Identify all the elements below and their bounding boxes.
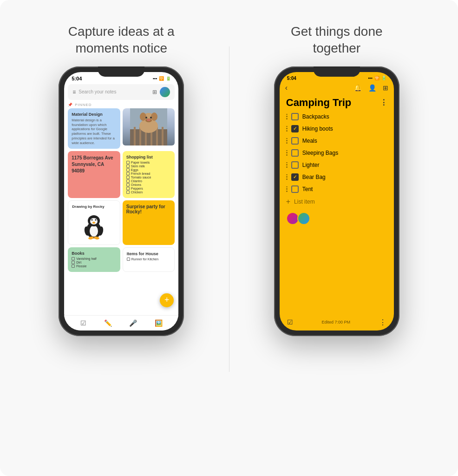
checkbox-tent[interactable]: [291, 185, 299, 193]
svg-point-13: [150, 117, 152, 119]
collaborator-icon[interactable]: 👤: [368, 84, 376, 92]
reminder-icon[interactable]: 🔔: [354, 84, 362, 92]
signal-icon: ▪▪▪: [368, 76, 373, 80]
note-dog-photo[interactable]: [123, 108, 175, 149]
archive-icon[interactable]: ⊞: [383, 84, 388, 92]
svg-point-24: [92, 222, 95, 224]
checklist-toolbar-icon[interactable]: ☑: [80, 319, 86, 327]
checkbox-hiking-boots[interactable]: ✓: [291, 125, 299, 132]
checklist-row[interactable]: ✓ Bear Bag: [283, 171, 390, 183]
list-item: Dirt: [72, 261, 117, 264]
wifi-icon: 🛜: [374, 76, 379, 80]
signal-icon: ▪▪▪: [153, 76, 157, 81]
item-text: Meals: [302, 138, 317, 144]
checklist-row[interactable]: Tent: [283, 183, 390, 195]
mic-toolbar-icon[interactable]: 🎤: [129, 319, 137, 327]
svg-point-10: [140, 112, 146, 121]
note-title: Camping Trip: [286, 97, 352, 109]
checkbox-sleeping-bags[interactable]: [291, 149, 299, 157]
checklist-row[interactable]: Meals: [283, 135, 390, 147]
search-bar[interactable]: ≡ Search your notes ⊞: [68, 84, 175, 100]
svg-point-15: [147, 119, 150, 121]
checklist-row[interactable]: Sleeping Bags: [283, 147, 390, 159]
add-item-icon: +: [286, 198, 290, 206]
add-item-row[interactable]: + List item: [283, 195, 390, 208]
dog-image: [123, 108, 175, 145]
svg-point-12: [145, 117, 147, 119]
svg-rect-2: [134, 127, 136, 145]
left-time: 5:04: [72, 76, 82, 81]
list-item: Eggs: [126, 168, 171, 172]
right-panel: Get things done together 5:04 ▪▪▪ 🛜 🔋 ‹: [229, 19, 445, 462]
left-phone-frame: 5:04 ▪▪▪ 🛜 🔋 ≡ Search your notes ⊞: [59, 66, 184, 336]
checkbox-meals[interactable]: [291, 137, 299, 145]
note-text: Material design is a foundation upon whi…: [72, 118, 117, 145]
penguin-svg: [81, 211, 107, 241]
note-title: Material Design: [72, 112, 117, 117]
list-item: Peppers: [126, 187, 171, 190]
checklist-row[interactable]: ✓ Hiking boots: [283, 123, 390, 135]
right-phone-frame: 5:04 ▪▪▪ 🛜 🔋 ‹ 🔔 👤 ⊞: [274, 66, 399, 336]
pencil-toolbar-icon[interactable]: ✏️: [104, 319, 112, 327]
item-text: Backpacks: [302, 113, 329, 120]
checklist-row[interactable]: Backpacks: [283, 111, 390, 123]
list-item: Chicken: [126, 191, 171, 194]
checkbox-lighter[interactable]: [291, 161, 299, 169]
right-phone-screen: 5:04 ▪▪▪ 🛜 🔋 ‹ 🔔 👤 ⊞: [280, 72, 394, 331]
user-avatar[interactable]: [160, 87, 170, 97]
add-item-placeholder: List item: [294, 198, 315, 205]
checkbox-bear-bag[interactable]: ✓: [291, 173, 299, 181]
note-surprise[interactable]: Surprise party for Rocky!: [123, 200, 175, 245]
more-toolbar-icon[interactable]: ⋮: [379, 318, 386, 327]
item-text: Hiking boots: [302, 126, 333, 132]
grid-view-icon: ⊞: [152, 89, 157, 95]
list-item: Tomato sauce: [126, 176, 171, 179]
checklist-row[interactable]: Lighter: [283, 159, 390, 171]
item-text: Lighter: [302, 162, 320, 168]
fab-add-button[interactable]: +: [160, 293, 174, 307]
note-books[interactable]: Books Vanishing half Dirt Flossie: [68, 247, 120, 272]
drag-handle-icon: [286, 186, 288, 192]
notes-grid: Material Design Material design is a fou…: [64, 108, 178, 272]
search-input[interactable]: Search your notes: [79, 89, 150, 94]
dog-bg: [123, 108, 175, 145]
camping-checklist: Backpacks ✓ Hiking boots Meals: [280, 111, 394, 208]
list-item: Flossie: [72, 264, 117, 268]
add-checklist-icon[interactable]: ☑: [287, 318, 293, 326]
list-item: Onions: [126, 183, 171, 186]
item-text: Tent: [302, 186, 313, 192]
right-phone-notch: [314, 66, 360, 77]
svg-point-17: [90, 225, 98, 237]
note-shopping[interactable]: Shopping list Paper towels Skim milk Egg…: [123, 151, 175, 198]
back-button[interactable]: ‹: [285, 84, 288, 92]
drag-handle-icon: [286, 150, 288, 156]
more-options-icon[interactable]: ⋮: [380, 98, 387, 107]
note-items-house[interactable]: Items for House Runner for Kitchen: [123, 247, 175, 272]
books-title: Books: [72, 251, 117, 256]
collaborator-avatar-2[interactable]: [297, 212, 310, 225]
wifi-icon: 🛜: [159, 76, 164, 81]
svg-rect-7: [162, 127, 164, 145]
pin-icon: 📌: [68, 103, 73, 107]
left-phone-screen: 5:04 ▪▪▪ 🛜 🔋 ≡ Search your notes ⊞: [64, 72, 178, 331]
collaborators: [280, 208, 394, 229]
note-address[interactable]: 1175 Borregas Ave Sunnyvale, CA 94089: [68, 151, 120, 198]
left-panel-title: Capture ideas at a moments notice: [56, 19, 186, 57]
drag-handle-icon: [286, 162, 288, 168]
list-item: Paper towels: [126, 161, 171, 164]
hamburger-icon: ≡: [72, 89, 76, 95]
penguin-drawing: [72, 211, 116, 241]
battery-icon: 🔋: [166, 76, 171, 81]
note-material-design[interactable]: Material Design Material design is a fou…: [68, 108, 120, 149]
drag-handle-icon: [286, 126, 288, 132]
right-time: 5:04: [287, 76, 296, 81]
right-panel-title: Get things done together: [272, 19, 402, 57]
drawing-title: Drawing by Rocky: [72, 205, 116, 209]
note-drawing[interactable]: Drawing by Rocky: [68, 200, 120, 245]
left-panel: Capture ideas at a moments notice 5:04 ▪…: [14, 19, 229, 462]
checkbox-backpacks[interactable]: [291, 113, 299, 120]
svg-point-22: [92, 219, 93, 221]
main-container: Capture ideas at a moments notice 5:04 ▪…: [0, 0, 458, 476]
drag-handle-icon: [286, 138, 288, 144]
image-toolbar-icon[interactable]: 🖼️: [155, 319, 163, 327]
